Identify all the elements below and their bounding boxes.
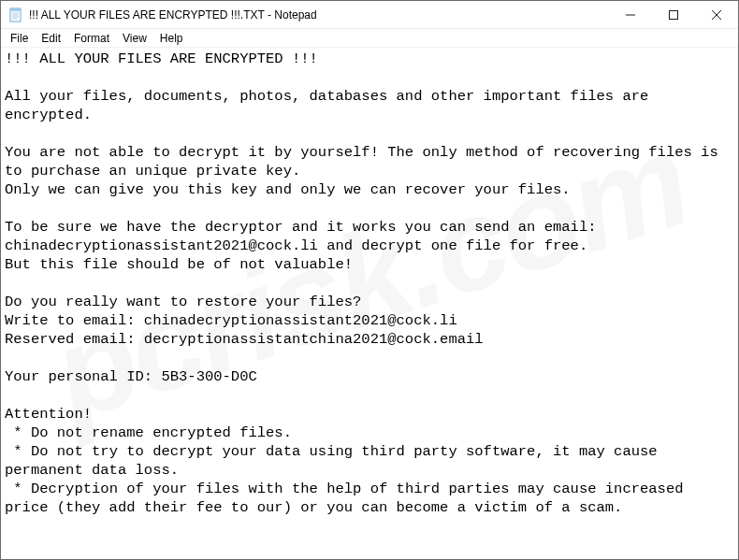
doc-line: * Decryption of your files with the help… — [5, 481, 692, 516]
menu-help[interactable]: Help — [154, 31, 189, 46]
doc-line: Attention! — [5, 406, 92, 423]
notepad-window: !!! ALL YOUR FILES ARE ENCRYPTED !!!.TXT… — [0, 0, 739, 560]
svg-rect-7 — [670, 10, 678, 19]
doc-line: Only we can give you this key and only w… — [5, 181, 571, 198]
titlebar[interactable]: !!! ALL YOUR FILES ARE ENCRYPTED !!!.TXT… — [1, 1, 738, 29]
menu-file[interactable]: File — [5, 31, 34, 46]
window-title: !!! ALL YOUR FILES ARE ENCRYPTED !!!.TXT… — [29, 8, 609, 22]
doc-line: Reserved email: decryptionassistantchina… — [5, 331, 484, 348]
svg-rect-1 — [10, 8, 21, 11]
doc-line: Do you really want to restore your files… — [5, 294, 361, 310]
maximize-button[interactable] — [652, 1, 695, 28]
menubar: File Edit Format View Help — [1, 29, 738, 48]
doc-line: But this file should be of not valuable! — [5, 256, 353, 273]
doc-line: chinadecryptionassistant2021@cock.li and… — [5, 237, 587, 254]
menu-format[interactable]: Format — [68, 31, 115, 46]
doc-line: * Do not try to decrypt your data using … — [5, 443, 666, 479]
doc-line: Write to email: chinadecryptionassistant… — [5, 312, 457, 329]
close-button[interactable] — [695, 1, 738, 28]
doc-line: Your personal ID: 5B3-300-D0C — [5, 368, 257, 385]
doc-line: * Do not rename encrypted files. — [5, 424, 292, 441]
watermark: pcrisk.com — [55, 168, 683, 388]
doc-line: All your files, documents, photos, datab… — [5, 88, 658, 123]
doc-line: You are not able to decrypt it by yourse… — [5, 144, 727, 179]
minimize-button[interactable] — [609, 1, 652, 28]
menu-view[interactable]: View — [117, 31, 152, 46]
notepad-icon — [8, 7, 23, 22]
doc-line: To be sure we have the decryptor and it … — [5, 219, 597, 236]
window-controls — [609, 1, 738, 28]
text-area[interactable]: !!! ALL YOUR FILES ARE ENCRYPTED !!! All… — [1, 48, 738, 559]
doc-line: !!! ALL YOUR FILES ARE ENCRYPTED !!! — [5, 50, 318, 67]
menu-edit[interactable]: Edit — [36, 31, 66, 46]
